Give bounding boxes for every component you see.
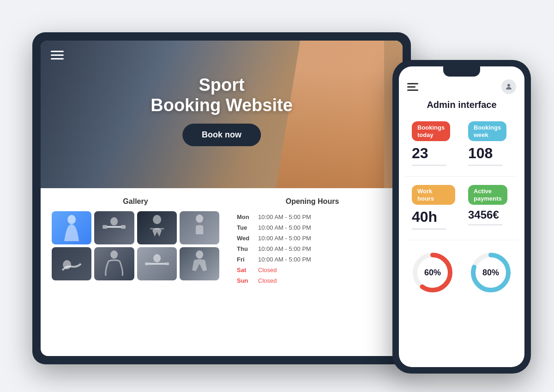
- hours-section: Opening Hours Mon 10:00 AM - 5:00 PM Tue…: [224, 197, 391, 347]
- bookings-today-card: Bookingstoday 23: [405, 117, 462, 172]
- day-label: Sat: [234, 265, 254, 275]
- hours-value: 10:00 AM - 5:00 PM: [255, 233, 391, 243]
- hero-section: Sport Booking Website Book now: [41, 41, 403, 188]
- bookings-week-line: [468, 165, 503, 166]
- phone-screen: Admin interface Bookingstoday 23 Booking…: [399, 66, 524, 367]
- bookings-today-label: Bookingstoday: [412, 121, 450, 141]
- day-label: Tue: [234, 223, 254, 232]
- bookings-week-label: Bookingsweek: [468, 121, 506, 141]
- hours-value: 10:00 AM - 5:00 PM: [255, 244, 391, 254]
- charts-row: 60% 80%: [399, 244, 524, 300]
- day-label: Sun: [234, 276, 254, 285]
- tablet-content: Gallery: [41, 188, 403, 356]
- hours-value: Closed: [255, 265, 391, 275]
- svg-rect-11: [165, 262, 169, 265]
- active-payments-label: Activepayments: [468, 185, 507, 205]
- svg-point-13: [153, 254, 161, 262]
- tablet-screen: Sport Booking Website Book now Gallery: [41, 41, 403, 356]
- svg-rect-2: [121, 225, 126, 229]
- gallery-item[interactable]: [52, 247, 91, 280]
- svg-point-7: [196, 214, 203, 223]
- donut-chart-60: 60%: [409, 249, 456, 296]
- hours-value: 10:00 AM - 5:00 PM: [255, 223, 391, 232]
- gallery-heading: Gallery: [52, 197, 219, 206]
- svg-point-9: [110, 250, 118, 259]
- hours-heading: Opening Hours: [233, 197, 391, 206]
- bookings-today-value: 23: [412, 145, 455, 162]
- svg-rect-1: [102, 225, 107, 229]
- hours-row-mon: Mon 10:00 AM - 5:00 PM: [234, 212, 391, 222]
- svg-point-14: [196, 250, 203, 259]
- phone-notch: [443, 66, 480, 77]
- day-label: Mon: [234, 212, 254, 222]
- active-payments-card: Activepayments 3456€: [462, 180, 518, 236]
- hours-row-sat: Sat Closed: [234, 265, 391, 275]
- gallery-item[interactable]: [180, 247, 219, 280]
- scene: Sport Booking Website Book now Gallery: [23, 14, 531, 378]
- gallery-grid: [52, 211, 219, 280]
- gallery-item[interactable]: [94, 211, 134, 244]
- gallery-item[interactable]: [52, 211, 91, 244]
- phone-device: Admin interface Bookingstoday 23 Booking…: [392, 60, 531, 374]
- hero-text-block: Sport Booking Website Book now: [151, 75, 293, 146]
- admin-interface-title: Admin interface: [399, 98, 524, 117]
- hero-title: Sport Booking Website: [151, 75, 293, 115]
- svg-point-4: [110, 217, 118, 226]
- work-hours-label: Work hours: [412, 185, 455, 205]
- svg-point-5: [153, 215, 161, 224]
- stats-divider: [405, 176, 518, 177]
- hours-value: 10:00 AM - 5:00 PM: [255, 255, 391, 264]
- stats-grid-top: Bookingstoday 23 Bookingsweek 108: [399, 117, 524, 172]
- day-label: Thu: [234, 244, 254, 254]
- gallery-item[interactable]: [180, 211, 219, 244]
- bookings-week-value: 108: [468, 145, 512, 162]
- phone-hamburger-menu[interactable]: [407, 83, 418, 91]
- work-hours-value: 40h: [412, 208, 455, 226]
- donut-chart-80: 80%: [468, 249, 514, 296]
- charts-divider: [405, 240, 518, 240]
- svg-point-0: [67, 215, 76, 224]
- book-now-button[interactable]: Book now: [182, 124, 261, 146]
- gallery-item[interactable]: [137, 211, 177, 244]
- user-avatar-icon[interactable]: [501, 79, 516, 94]
- svg-point-15: [507, 84, 510, 87]
- active-payments-value: 3456€: [468, 208, 512, 221]
- hours-value: 10:00 AM - 5:00 PM: [255, 212, 391, 222]
- work-hours-card: Work hours 40h: [405, 180, 462, 236]
- gallery-section: Gallery: [52, 197, 219, 347]
- day-label: Fri: [234, 255, 254, 264]
- hours-row-fri: Fri 10:00 AM - 5:00 PM: [234, 255, 391, 264]
- hours-table: Mon 10:00 AM - 5:00 PM Tue 10:00 AM - 5:…: [233, 211, 391, 286]
- svg-rect-10: [145, 262, 149, 265]
- tablet-device: Sport Booking Website Book now Gallery: [32, 32, 411, 364]
- gallery-item[interactable]: [137, 247, 177, 280]
- day-label: Wed: [234, 233, 254, 243]
- hamburger-menu[interactable]: [51, 51, 64, 59]
- donut-60-label: 60%: [409, 249, 456, 296]
- active-payments-line: [468, 224, 503, 226]
- svg-rect-12: [148, 263, 166, 265]
- hours-row-thu: Thu 10:00 AM - 5:00 PM: [234, 244, 391, 254]
- svg-rect-3: [107, 226, 121, 228]
- hours-row-sun: Sun Closed: [234, 276, 391, 285]
- stats-grid-bottom: Work hours 40h Activepayments 3456€: [399, 180, 524, 236]
- hours-row-tue: Tue 10:00 AM - 5:00 PM: [234, 223, 391, 232]
- gallery-item[interactable]: [94, 247, 134, 280]
- donut-80-label: 80%: [468, 249, 514, 296]
- hours-value: Closed: [255, 276, 391, 285]
- bookings-week-card: Bookingsweek 108: [462, 117, 518, 172]
- hours-row-wed: Wed 10:00 AM - 5:00 PM: [234, 233, 391, 243]
- work-hours-line: [412, 228, 446, 230]
- bookings-today-line: [412, 165, 446, 166]
